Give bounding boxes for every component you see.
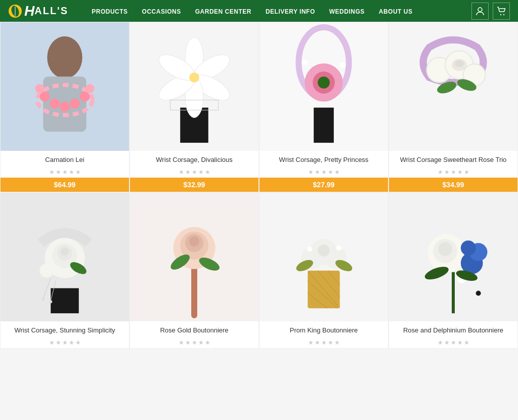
svg-rect-56 xyxy=(191,263,197,318)
svg-point-52 xyxy=(41,298,45,301)
star-icon: ★ xyxy=(198,169,204,176)
product-card[interactable]: Prom King Boutonniere★★★★★ xyxy=(259,192,388,349)
svg-point-60 xyxy=(189,236,199,246)
logo-letter-h: H xyxy=(24,4,34,18)
svg-point-34 xyxy=(340,62,346,68)
star-icon: ★ xyxy=(62,169,68,176)
svg-point-14 xyxy=(80,92,90,102)
cart-button[interactable] xyxy=(493,3,510,20)
svg-point-77 xyxy=(336,245,341,250)
nav-links: PRODUCTS OCCASIONS GARDEN CENTER DELIVER… xyxy=(84,7,471,16)
star-icon: ★ xyxy=(451,339,456,346)
product-image xyxy=(389,193,517,321)
product-stars: ★★★★★ xyxy=(308,166,340,178)
nav-link-products[interactable]: PRODUCTS xyxy=(84,8,135,15)
product-name: Rose and Delphinium Boutonniere xyxy=(399,321,507,337)
star-icon: ★ xyxy=(315,339,320,346)
product-stars: ★★★★★ xyxy=(308,337,340,348)
svg-point-4 xyxy=(500,14,501,15)
star-icon: ★ xyxy=(308,339,314,346)
star-icon: ★ xyxy=(49,169,55,176)
svg-point-13 xyxy=(70,99,80,109)
product-stars: ★★★★★ xyxy=(438,337,469,348)
product-image xyxy=(1,22,129,151)
svg-point-10 xyxy=(39,92,50,102)
product-image xyxy=(1,193,129,321)
product-name: Carnation Lei xyxy=(41,151,88,166)
product-name: Rose Gold Boutonniere xyxy=(156,321,232,337)
star-icon: ★ xyxy=(205,339,210,346)
star-icon: ★ xyxy=(185,339,191,346)
product-stars: ★★★★★ xyxy=(179,337,210,348)
product-price: $64.99 xyxy=(1,178,129,192)
star-icon: ★ xyxy=(205,169,210,176)
svg-point-5 xyxy=(503,14,504,15)
star-icon: ★ xyxy=(192,169,197,176)
svg-point-89 xyxy=(476,290,481,296)
product-image xyxy=(389,22,517,151)
star-icon: ★ xyxy=(444,169,450,176)
product-card[interactable]: Wrist Corsage, Divalicious★★★★★$32.99 xyxy=(130,22,259,192)
star-icon: ★ xyxy=(179,339,184,346)
product-price: $34.99 xyxy=(389,178,517,192)
svg-point-76 xyxy=(307,246,312,251)
svg-point-16 xyxy=(85,84,95,93)
svg-point-84 xyxy=(461,240,476,256)
svg-point-81 xyxy=(438,242,452,256)
account-button[interactable] xyxy=(471,3,489,20)
star-icon: ★ xyxy=(308,169,314,176)
product-price: $27.99 xyxy=(260,178,388,192)
star-icon: ★ xyxy=(457,339,463,346)
star-icon: ★ xyxy=(438,169,443,176)
star-icon: ★ xyxy=(321,339,327,346)
product-grid: Carnation Lei★★★★★$64.99 Wrist Corsage, … xyxy=(0,22,518,349)
product-stars: ★★★★★ xyxy=(49,166,81,178)
star-icon: ★ xyxy=(56,339,61,346)
product-name: Wrist Corsage, Divalicious xyxy=(152,151,236,166)
main-nav: H ALL'S PRODUCTS OCCASIONS GARDEN CENTER… xyxy=(0,0,518,22)
product-image xyxy=(130,22,258,151)
product-card[interactable]: Wrist Corsage, Stunning Simplicity★★★★★ xyxy=(0,192,130,349)
product-image xyxy=(130,193,258,321)
star-icon: ★ xyxy=(315,169,320,176)
product-stars: ★★★★★ xyxy=(438,166,469,178)
svg-point-49 xyxy=(39,264,54,278)
product-card[interactable]: Carnation Lei★★★★★$64.99 xyxy=(0,22,130,192)
star-icon: ★ xyxy=(438,339,443,346)
product-card[interactable]: Rose and Delphinium Boutonniere★★★★★ xyxy=(388,192,518,349)
star-icon: ★ xyxy=(334,169,340,176)
svg-rect-44 xyxy=(51,288,79,313)
nav-link-occasions[interactable]: OCCASIONS xyxy=(135,8,188,15)
star-icon: ★ xyxy=(198,339,204,346)
star-icon: ★ xyxy=(62,339,68,346)
star-icon: ★ xyxy=(451,169,456,176)
logo-text: ALL'S xyxy=(34,5,68,17)
svg-point-11 xyxy=(50,99,60,109)
product-price: $32.99 xyxy=(130,178,258,192)
product-card[interactable]: Rose Gold Boutonniere★★★★★ xyxy=(130,192,259,349)
nav-link-weddings[interactable]: WEDDINGS xyxy=(322,8,372,15)
star-icon: ★ xyxy=(464,169,469,176)
product-stars: ★★★★★ xyxy=(179,166,210,178)
nav-link-about[interactable]: ABOUT US xyxy=(372,8,420,15)
nav-link-garden[interactable]: GARDEN CENTER xyxy=(188,8,258,15)
product-card[interactable]: Wrist Corsage, Pretty Princess★★★★★$27.9… xyxy=(259,22,388,192)
star-icon: ★ xyxy=(179,169,184,176)
svg-point-40 xyxy=(455,60,464,67)
star-icon: ★ xyxy=(69,339,74,346)
star-icon: ★ xyxy=(334,339,340,346)
product-image xyxy=(260,193,388,321)
svg-point-15 xyxy=(35,84,44,93)
logo[interactable]: H ALL'S xyxy=(8,4,68,18)
svg-point-25 xyxy=(189,72,199,82)
product-image xyxy=(260,22,388,151)
nav-link-delivery[interactable]: DELIVERY INFO xyxy=(258,8,322,15)
svg-point-3 xyxy=(478,8,482,12)
star-icon: ★ xyxy=(75,169,81,176)
star-icon: ★ xyxy=(321,169,327,176)
star-icon: ★ xyxy=(457,169,463,176)
product-card[interactable]: Wrist Corsage Sweetheart Rose Trio★★★★★$… xyxy=(388,22,518,192)
star-icon: ★ xyxy=(328,339,333,346)
svg-point-12 xyxy=(60,102,70,112)
product-stars: ★★★★★ xyxy=(49,337,81,348)
